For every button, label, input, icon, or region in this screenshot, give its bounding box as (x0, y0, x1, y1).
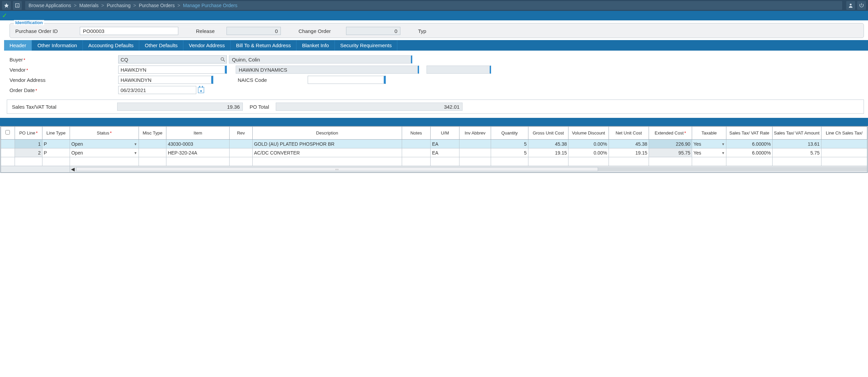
row-selector[interactable] (1, 148, 15, 157)
tab-other-information[interactable]: Other Information (32, 40, 83, 51)
cell-quantity[interactable]: 5 (491, 140, 528, 148)
cell-misc-type[interactable] (139, 148, 166, 157)
col-inv-abbrev[interactable]: Inv Abbrev (459, 127, 491, 140)
cell-extended-cost: 226.90 (649, 140, 692, 148)
cell-status[interactable]: Open (70, 148, 139, 157)
cell-line-type[interactable]: P (42, 148, 70, 157)
cell-sales-tax-amount[interactable]: 5.75 (772, 148, 821, 157)
cell-quantity[interactable]: 5 (491, 148, 528, 157)
tab-other-defaults[interactable]: Other Defaults (139, 40, 183, 51)
scroll-left-arrow-icon[interactable]: ◀ (70, 166, 76, 172)
table-row[interactable]: 2 P Open HEP-320-24A AC/DC CONVERTER EA … (1, 148, 867, 157)
breadcrumb-item-materials[interactable]: Materials (79, 3, 98, 8)
cell-description[interactable]: GOLD (AU) PLATED PHOSPHOR BR (252, 140, 402, 148)
cell-inv-abbrev[interactable] (459, 148, 491, 157)
select-all-checkbox[interactable] (1, 127, 15, 140)
cell-line-type[interactable]: P (42, 140, 70, 148)
cell-sales-tax-rate[interactable]: 6.0000% (726, 148, 772, 157)
col-po-line[interactable]: PO Line* (15, 127, 42, 140)
release-label: Release (196, 28, 223, 34)
cell-volume-discount[interactable]: 0.00% (568, 148, 609, 157)
tab-security-requirements[interactable]: Security Requirements (335, 40, 398, 51)
tab-bar: Header Other Information Accounting Defa… (4, 40, 868, 51)
cell-inv-abbrev[interactable] (459, 140, 491, 148)
cell-status[interactable]: Open (70, 140, 139, 148)
grid-hscroll[interactable]: ◀ ııı (1, 166, 867, 173)
type-label: Typ (418, 28, 428, 34)
po-id-field[interactable] (80, 27, 178, 35)
naics-input[interactable] (308, 76, 386, 84)
cell-notes[interactable] (402, 140, 431, 148)
order-date-input[interactable] (118, 86, 196, 94)
cell-gross-unit-cost[interactable]: 19.15 (528, 148, 568, 157)
table-row[interactable]: 1 P Open 43030-0003 GOLD (AU) PLATED PHO… (1, 140, 867, 148)
favorite-star-button[interactable] (2, 1, 11, 10)
cell-taxable[interactable]: Yes (692, 140, 726, 148)
scroll-thumb[interactable]: ııı (76, 167, 598, 171)
col-sales-tax-amount[interactable]: Sales Tax/ VAT Amount (772, 127, 821, 140)
cell-net-unit-cost[interactable]: 45.38 (609, 140, 649, 148)
vendor-code-input[interactable] (118, 66, 227, 74)
change-order-value: 0 (346, 27, 400, 35)
cell-volume-discount[interactable]: 0.00% (568, 140, 609, 148)
breadcrumb-item-purchase-orders[interactable]: Purchase Orders (139, 3, 175, 8)
cell-um[interactable]: EA (431, 140, 459, 148)
col-um[interactable]: U/M (431, 127, 459, 140)
chevron-right-icon: > (74, 3, 76, 8)
cell-item[interactable]: 43030-0003 (166, 140, 230, 148)
tab-accounting-defaults[interactable]: Accounting Defaults (83, 40, 139, 51)
cell-rev[interactable] (230, 140, 253, 148)
tab-bill-to-return-address[interactable]: Bill To & Return Address (231, 40, 296, 51)
chevron-right-icon: > (133, 3, 136, 8)
cell-misc-type[interactable] (139, 140, 166, 148)
col-net-unit-cost[interactable]: Net Unit Cost (609, 127, 649, 140)
po-id-input[interactable] (83, 28, 175, 34)
cell-sales-tax-amount[interactable]: 13.61 (772, 140, 821, 148)
scroll-track[interactable]: ııı (76, 167, 867, 171)
breadcrumb-root[interactable]: Browse Applications (29, 3, 71, 8)
col-sales-tax-rate[interactable]: Sales Tax/ VAT Rate (726, 127, 772, 140)
buyer-code-input[interactable] (118, 55, 227, 64)
tab-header[interactable]: Header (4, 40, 32, 51)
col-description[interactable]: Description (252, 127, 402, 140)
cell-line-ch[interactable] (821, 140, 867, 148)
window-count-button[interactable]: 1 (13, 1, 22, 10)
col-status[interactable]: Status* (70, 127, 139, 140)
cell-gross-unit-cost[interactable]: 45.38 (528, 140, 568, 148)
power-button[interactable] (857, 1, 866, 10)
cell-line-ch[interactable] (821, 148, 867, 157)
cell-po-line[interactable]: 1 (15, 140, 42, 148)
cell-description[interactable]: AC/DC CONVERTER (252, 148, 402, 157)
tab-blanket-info[interactable]: Blanket Info (296, 40, 334, 51)
col-notes[interactable]: Notes (402, 127, 431, 140)
cell-net-unit-cost[interactable]: 19.15 (609, 148, 649, 157)
col-taxable[interactable]: Taxable (692, 127, 726, 140)
col-extended-cost[interactable]: Extended Cost* (649, 127, 692, 140)
col-line-ch[interactable]: Line Ch Sales Tax/ (821, 127, 867, 140)
col-quantity[interactable]: Quantity (491, 127, 528, 140)
cell-item[interactable]: HEP-320-24A (166, 148, 230, 157)
calendar-icon[interactable] (198, 87, 204, 93)
status-band: ✓ (0, 11, 868, 20)
tab-vendor-address[interactable]: Vendor Address (183, 40, 231, 51)
col-rev[interactable]: Rev (230, 127, 253, 140)
col-volume-discount[interactable]: Volume Discount (568, 127, 609, 140)
user-icon (848, 3, 853, 8)
search-icon[interactable] (220, 57, 225, 62)
user-button[interactable] (846, 1, 855, 10)
cell-sales-tax-rate[interactable]: 6.0000% (726, 140, 772, 148)
cell-notes[interactable] (402, 148, 431, 157)
cell-um[interactable]: EA (431, 148, 459, 157)
breadcrumb-item-purchasing[interactable]: Purchasing (107, 3, 130, 8)
row-selector[interactable] (1, 140, 15, 148)
col-line-type[interactable]: Line Type (42, 127, 70, 140)
col-gross-unit-cost[interactable]: Gross Unit Cost (528, 127, 568, 140)
col-misc-type[interactable]: Misc Type (139, 127, 166, 140)
table-row-empty[interactable] (1, 157, 867, 166)
cell-taxable[interactable]: Yes (692, 148, 726, 157)
cell-po-line[interactable]: 2 (15, 148, 42, 157)
cell-rev[interactable] (230, 148, 253, 157)
breadcrumb: Browse Applications > Materials > Purcha… (25, 1, 842, 10)
col-item[interactable]: Item (166, 127, 230, 140)
vendor-addr-input[interactable] (118, 76, 213, 84)
